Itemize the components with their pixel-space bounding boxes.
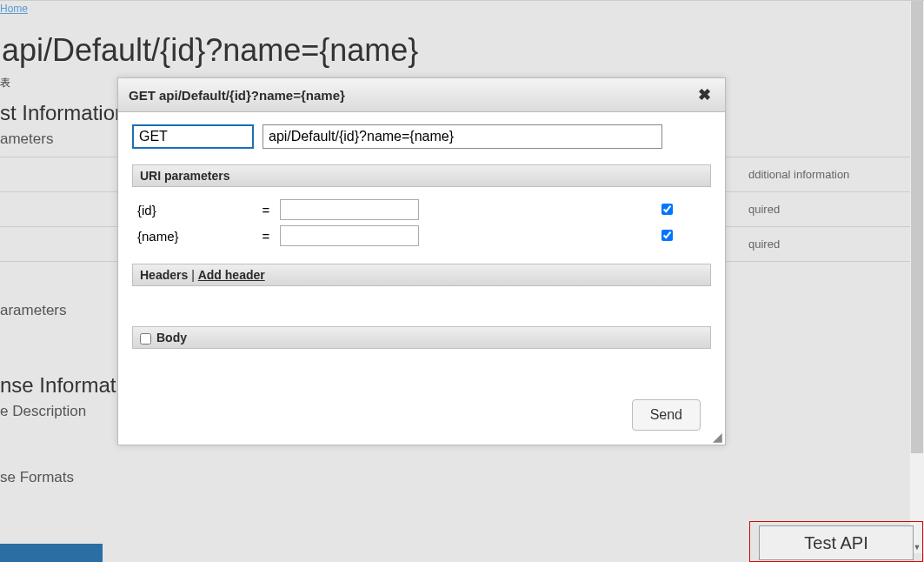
param-enabled-checkbox[interactable] xyxy=(661,204,673,215)
headers-separator: | xyxy=(188,268,197,282)
cell-required: quired xyxy=(741,192,924,227)
scrollbar-thumb[interactable] xyxy=(911,1,923,453)
send-button[interactable]: Send xyxy=(632,399,701,431)
col-additional-info: dditional information xyxy=(741,157,924,192)
param-value-input[interactable] xyxy=(280,225,419,246)
body-label: Body xyxy=(156,331,187,345)
http-method-input[interactable] xyxy=(132,124,254,149)
vertical-scrollbar[interactable]: ▼ xyxy=(910,1,924,553)
blue-box xyxy=(0,544,103,562)
add-header-link[interactable]: Add header xyxy=(198,268,265,282)
headers-section-header: Headers | Add header xyxy=(132,264,711,286)
param-name: {name} xyxy=(134,224,256,248)
body-enabled-checkbox[interactable] xyxy=(140,333,151,345)
uri-input[interactable] xyxy=(263,124,662,149)
cell-required: quired xyxy=(741,227,924,262)
breadcrumb-home-link[interactable]: Home xyxy=(0,3,28,15)
param-equals: = xyxy=(257,197,275,222)
headers-label: Headers xyxy=(140,268,188,282)
dialog-title: GET api/Default/{id}?name={name} xyxy=(129,88,345,103)
uri-params-table: {id} = {name} = xyxy=(132,196,711,250)
param-value-input[interactable] xyxy=(280,199,419,220)
dialog-titlebar[interactable]: GET api/Default/{id}?name={name} ✖ xyxy=(118,78,725,112)
param-name: {id} xyxy=(134,197,256,222)
body-section-header: Body xyxy=(132,326,711,349)
param-row: {name} = xyxy=(134,224,709,248)
page-title: api/Default/{id}?name={name} xyxy=(2,17,924,76)
param-equals: = xyxy=(257,224,275,248)
resize-handle-icon[interactable]: ◢ xyxy=(713,432,723,443)
uri-parameters-header: URI parameters xyxy=(132,164,711,187)
param-row: {id} = xyxy=(134,197,709,222)
response-formats-heading: se Formats xyxy=(0,469,924,486)
breadcrumb: Home xyxy=(0,1,924,17)
test-api-dialog: GET api/Default/{id}?name={name} ✖ URI p… xyxy=(117,77,726,445)
close-icon[interactable]: ✖ xyxy=(695,85,715,104)
test-api-button[interactable]: Test API xyxy=(759,525,914,560)
param-enabled-checkbox[interactable] xyxy=(661,230,673,241)
